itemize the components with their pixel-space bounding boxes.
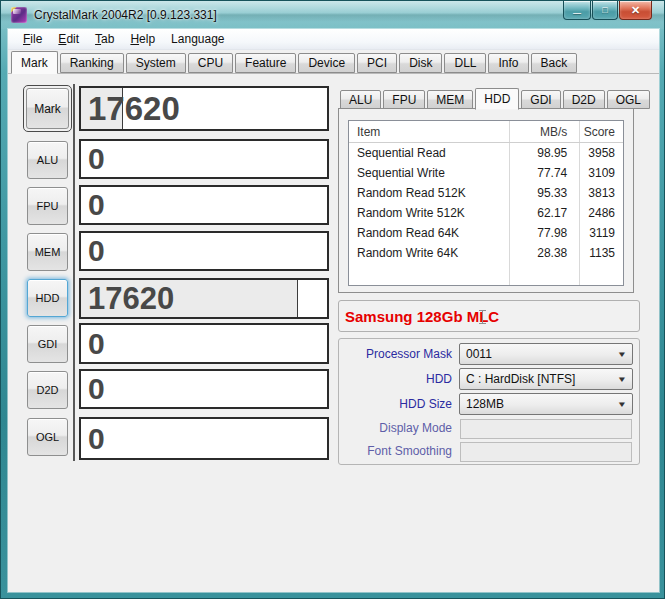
gdi-button[interactable]: GDI [27, 325, 68, 363]
d2d-score-field[interactable]: 0 [79, 369, 329, 409]
font-smoothing-field [460, 442, 632, 462]
close-button[interactable]: ✕ [619, 1, 652, 20]
column-header-mbs[interactable]: MB/s [508, 125, 578, 139]
device-label-box: Samsung 128Gb MLC [338, 300, 640, 332]
maximize-icon: □ [602, 5, 607, 15]
mark-button[interactable]: Mark [26, 88, 69, 129]
tab-ranking[interactable]: Ranking [60, 53, 124, 73]
ogl-score-field[interactable]: 0 [79, 417, 329, 460]
minimize-button[interactable]: — [563, 1, 591, 20]
menu-help[interactable]: Help [122, 30, 163, 48]
fpu-button[interactable]: FPU [27, 187, 68, 225]
hdd-label: HDD [338, 372, 452, 386]
display-mode-label: Display Mode [338, 421, 452, 435]
result-tab-strip: ALU FPU MEM HDD GDI D2D OGL [340, 86, 652, 109]
menu-language[interactable]: Language [163, 30, 232, 48]
tab-feature[interactable]: Feature [235, 53, 296, 73]
tab-cpu[interactable]: CPU [188, 53, 233, 73]
menu-file[interactable]: File [15, 30, 50, 48]
table-row[interactable]: Sequential Read 98.95 3958 [349, 143, 623, 163]
ogl-score-value: 0 [81, 422, 105, 456]
app-icon [11, 7, 27, 23]
dropdown-arrow-icon[interactable]: ▼ [617, 350, 627, 359]
mem-score-value: 0 [81, 234, 105, 268]
result-tab-mem[interactable]: MEM [427, 90, 473, 109]
table-row[interactable]: Random Read 64K 77.98 3119 [349, 223, 623, 243]
menu-bar: File Edit Tab Help Language [8, 29, 659, 50]
table-row[interactable]: Random Write 64K 28.38 1135 [349, 243, 623, 263]
font-smoothing-label: Font Smoothing [338, 444, 452, 458]
column-header-item[interactable]: Item [349, 125, 508, 139]
hdd-results-table: Item MB/s Score Sequential Read 98.95 39… [348, 120, 624, 286]
menu-tab[interactable]: Tab [87, 30, 122, 48]
left-panel-divider [73, 84, 75, 461]
fpu-score-field[interactable]: 0 [79, 185, 329, 225]
tab-disk[interactable]: Disk [399, 53, 442, 73]
column-header-score[interactable]: Score [577, 125, 623, 139]
window-title: CrystalMark 2004R2 [0.9.123.331] [34, 8, 217, 22]
mem-score-field[interactable]: 0 [79, 231, 329, 271]
hdd-score-value: 17620 [81, 281, 174, 317]
tab-device[interactable]: Device [298, 53, 355, 73]
table-header-row: Item MB/s Score [349, 121, 623, 143]
mark-score-field[interactable]: 17620 [79, 86, 329, 131]
processor-mask-label: Processor Mask [338, 347, 452, 361]
hdd-value: C : HardDisk [NTFS] [466, 372, 618, 386]
d2d-button[interactable]: D2D [27, 371, 68, 409]
result-tab-gdi[interactable]: GDI [521, 90, 560, 109]
mark-score-value: 17620 [81, 90, 180, 128]
d2d-score-value: 0 [81, 372, 105, 406]
tab-info[interactable]: Info [488, 53, 528, 73]
fpu-score-value: 0 [81, 188, 105, 222]
result-tab-hdd[interactable]: HDD [475, 88, 519, 110]
table-row[interactable]: Sequential Write 77.74 3109 [349, 163, 623, 183]
hdd-size-value: 128MB [466, 397, 618, 411]
table-row[interactable]: Random Write 512K 62.17 2486 [349, 203, 623, 223]
close-icon: ✕ [631, 5, 640, 15]
hdd-size-label: HDD Size [338, 397, 452, 411]
window-controls: — □ ✕ [563, 1, 652, 20]
titlebar[interactable]: CrystalMark 2004R2 [0.9.123.331] — □ ✕ [1, 1, 665, 29]
mem-button[interactable]: MEM [27, 233, 68, 271]
gdi-score-value: 0 [81, 327, 105, 361]
result-tab-d2d[interactable]: D2D [563, 90, 605, 109]
tab-system[interactable]: System [126, 53, 186, 73]
tab-mark[interactable]: Mark [11, 51, 58, 74]
tab-back[interactable]: Back [531, 53, 578, 73]
processor-mask-select[interactable]: 0011 ▼ [459, 343, 633, 365]
dropdown-arrow-icon[interactable]: ▼ [617, 400, 627, 409]
processor-mask-value: 0011 [466, 347, 618, 361]
main-tab-strip: Mark Ranking System CPU Feature Device P… [8, 50, 659, 74]
result-tab-fpu[interactable]: FPU [383, 90, 425, 109]
minimize-icon: — [573, 8, 581, 18]
table-row[interactable]: Random Read 512K 95.33 3813 [349, 183, 623, 203]
tab-pci[interactable]: PCI [357, 53, 397, 73]
maximize-button[interactable]: □ [592, 1, 618, 20]
hdd-size-select[interactable]: 128MB ▼ [459, 393, 633, 415]
dropdown-arrow-icon[interactable]: ▼ [617, 375, 627, 384]
result-tab-alu[interactable]: ALU [340, 90, 381, 109]
ogl-button[interactable]: OGL [27, 418, 68, 456]
alu-score-value: 0 [81, 142, 105, 176]
hdd-select[interactable]: C : HardDisk [NTFS] ▼ [459, 368, 633, 390]
text-cursor-icon [478, 310, 487, 324]
result-tab-ogl[interactable]: OGL [607, 90, 650, 109]
menu-edit[interactable]: Edit [50, 30, 87, 48]
device-label: Samsung 128Gb MLC [339, 308, 499, 325]
alu-button[interactable]: ALU [27, 141, 68, 179]
hdd-score-field[interactable]: 17620 [79, 278, 329, 319]
tab-dll[interactable]: DLL [444, 53, 486, 73]
display-mode-field [460, 419, 632, 439]
alu-score-field[interactable]: 0 [79, 139, 329, 179]
app-window: CrystalMark 2004R2 [0.9.123.331] — □ ✕ F… [0, 0, 665, 599]
gdi-score-field[interactable]: 0 [79, 323, 329, 364]
hdd-button[interactable]: HDD [27, 279, 68, 317]
